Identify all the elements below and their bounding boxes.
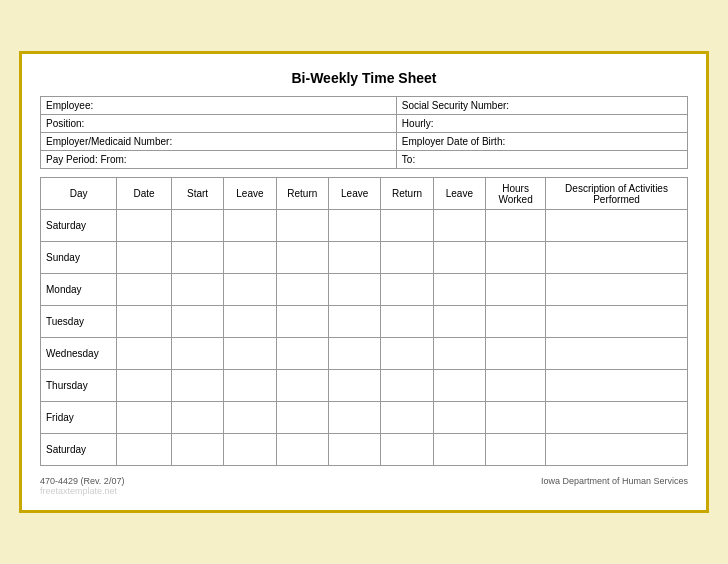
- data-cell[interactable]: [328, 370, 380, 402]
- day-cell: Sunday: [41, 242, 117, 274]
- data-cell[interactable]: [328, 402, 380, 434]
- data-cell[interactable]: [486, 402, 546, 434]
- position-label: Position:: [41, 115, 397, 133]
- data-cell[interactable]: [381, 370, 433, 402]
- data-cell[interactable]: [546, 274, 688, 306]
- data-cell[interactable]: [381, 434, 433, 466]
- day-cell: Friday: [41, 402, 117, 434]
- data-cell[interactable]: [171, 370, 223, 402]
- data-cell[interactable]: [486, 434, 546, 466]
- data-cell[interactable]: [276, 402, 328, 434]
- data-cell[interactable]: [171, 306, 223, 338]
- data-cell[interactable]: [381, 210, 433, 242]
- data-cell[interactable]: [117, 370, 172, 402]
- data-cell[interactable]: [328, 274, 380, 306]
- col-return2: Return: [381, 178, 433, 210]
- data-cell[interactable]: [486, 274, 546, 306]
- data-cell[interactable]: [276, 274, 328, 306]
- data-cell[interactable]: [433, 434, 485, 466]
- col-leave2: Leave: [328, 178, 380, 210]
- data-cell[interactable]: [224, 338, 276, 370]
- data-cell[interactable]: [433, 306, 485, 338]
- employer-medicaid-label: Employer/Medicaid Number:: [41, 133, 397, 151]
- data-cell[interactable]: [328, 338, 380, 370]
- table-row: Monday: [41, 274, 688, 306]
- data-cell[interactable]: [224, 370, 276, 402]
- data-cell[interactable]: [433, 274, 485, 306]
- data-cell[interactable]: [117, 434, 172, 466]
- ssn-label: Social Security Number:: [396, 97, 687, 115]
- data-cell[interactable]: [328, 210, 380, 242]
- data-cell[interactable]: [117, 338, 172, 370]
- data-cell[interactable]: [546, 242, 688, 274]
- data-cell[interactable]: [171, 210, 223, 242]
- data-cell[interactable]: [433, 210, 485, 242]
- data-cell[interactable]: [117, 210, 172, 242]
- col-return1: Return: [276, 178, 328, 210]
- page-title: Bi-Weekly Time Sheet: [40, 70, 688, 86]
- day-cell: Wednesday: [41, 338, 117, 370]
- data-cell[interactable]: [486, 210, 546, 242]
- col-leave3: Leave: [433, 178, 485, 210]
- data-cell[interactable]: [433, 242, 485, 274]
- data-cell[interactable]: [381, 402, 433, 434]
- data-cell[interactable]: [171, 338, 223, 370]
- data-cell[interactable]: [433, 370, 485, 402]
- data-cell[interactable]: [224, 434, 276, 466]
- col-day: Day: [41, 178, 117, 210]
- data-cell[interactable]: [224, 210, 276, 242]
- info-table: Employee: Social Security Number: Positi…: [40, 96, 688, 169]
- data-cell[interactable]: [381, 242, 433, 274]
- data-cell[interactable]: [546, 402, 688, 434]
- data-cell[interactable]: [224, 242, 276, 274]
- data-cell[interactable]: [381, 306, 433, 338]
- footer: 470-4429 (Rev. 2/07) freetaxtemplate.net…: [40, 476, 688, 496]
- data-cell[interactable]: [117, 274, 172, 306]
- data-cell[interactable]: [276, 210, 328, 242]
- data-cell[interactable]: [486, 242, 546, 274]
- data-cell[interactable]: [381, 338, 433, 370]
- data-cell[interactable]: [276, 306, 328, 338]
- day-cell: Saturday: [41, 434, 117, 466]
- table-row: Saturday: [41, 434, 688, 466]
- data-cell[interactable]: [117, 402, 172, 434]
- data-cell[interactable]: [117, 306, 172, 338]
- day-cell: Monday: [41, 274, 117, 306]
- data-cell[interactable]: [486, 370, 546, 402]
- data-cell[interactable]: [276, 338, 328, 370]
- data-cell[interactable]: [486, 338, 546, 370]
- day-cell: Saturday: [41, 210, 117, 242]
- data-cell[interactable]: [433, 338, 485, 370]
- data-cell[interactable]: [546, 210, 688, 242]
- data-cell[interactable]: [224, 402, 276, 434]
- data-cell[interactable]: [546, 306, 688, 338]
- data-cell[interactable]: [328, 242, 380, 274]
- col-date: Date: [117, 178, 172, 210]
- hourly-label: Hourly:: [396, 115, 687, 133]
- data-cell[interactable]: [546, 338, 688, 370]
- data-cell[interactable]: [224, 274, 276, 306]
- data-cell[interactable]: [486, 306, 546, 338]
- table-row: Sunday: [41, 242, 688, 274]
- data-cell[interactable]: [381, 274, 433, 306]
- data-cell[interactable]: [224, 306, 276, 338]
- data-cell[interactable]: [171, 434, 223, 466]
- data-cell[interactable]: [276, 242, 328, 274]
- pay-period-to-label: To:: [396, 151, 687, 169]
- data-cell[interactable]: [171, 402, 223, 434]
- data-cell[interactable]: [171, 274, 223, 306]
- data-cell[interactable]: [546, 370, 688, 402]
- data-cell[interactable]: [328, 306, 380, 338]
- employer-dob-label: Employer Date of Birth:: [396, 133, 687, 151]
- footer-left: 470-4429 (Rev. 2/07) freetaxtemplate.net: [40, 476, 124, 496]
- data-cell[interactable]: [171, 242, 223, 274]
- data-cell[interactable]: [117, 242, 172, 274]
- pay-period-from-label: Pay Period: From:: [41, 151, 397, 169]
- table-row: Friday: [41, 402, 688, 434]
- col-hours-worked: Hours Worked: [486, 178, 546, 210]
- data-cell[interactable]: [276, 370, 328, 402]
- data-cell[interactable]: [433, 402, 485, 434]
- data-cell[interactable]: [546, 434, 688, 466]
- data-cell[interactable]: [276, 434, 328, 466]
- data-cell[interactable]: [328, 434, 380, 466]
